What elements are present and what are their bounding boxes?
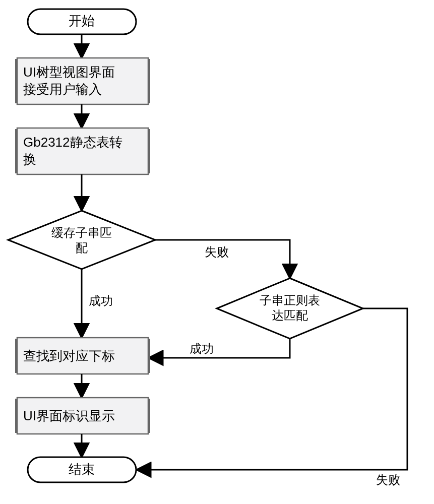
- convert-line1: Gb2312静态表转: [23, 135, 122, 150]
- flowchart-diagram: .box { fill: #f2f2f3; stroke: #666; stro…: [0, 0, 434, 504]
- process-gb2312-convert: Gb2312静态表转 换: [15, 128, 150, 174]
- start-label: 开始: [69, 13, 95, 28]
- edge-fail-regex: 失败: [376, 473, 400, 486]
- input-line2: 接受用户输入: [23, 82, 102, 97]
- regex-line2: 达匹配: [272, 308, 308, 322]
- edge-success-regex: 成功: [190, 342, 214, 355]
- svg-rect-11: [148, 339, 150, 373]
- svg-rect-6: [148, 129, 150, 173]
- svg-rect-2: [15, 59, 17, 103]
- regex-line1: 子串正则表: [260, 293, 320, 307]
- svg-rect-5: [15, 129, 17, 173]
- arrow-regex-success-to-index: [150, 339, 290, 358]
- edge-success-cache: 成功: [89, 294, 113, 307]
- svg-marker-7: [8, 211, 155, 269]
- convert-line2: 换: [23, 152, 36, 167]
- svg-rect-3: [148, 59, 150, 103]
- input-line1: UI树型视图界面: [23, 65, 115, 80]
- decision-regex-match: 子串正则表 达匹配: [217, 278, 363, 339]
- process-ui-input: UI树型视图界面 接受用户输入: [15, 58, 150, 104]
- cache-line1: 缓存子串匹: [51, 226, 112, 239]
- end-label: 结束: [69, 462, 95, 477]
- svg-rect-14: [148, 399, 150, 433]
- decision-cache-match: 缓存子串匹 配: [8, 211, 155, 269]
- process-find-index: 查找到对应下标: [15, 338, 150, 374]
- arrow-regex-fail-to-end: [138, 308, 407, 470]
- cache-line2: 配: [76, 241, 88, 255]
- process-ui-display: UI界面标识显示: [15, 398, 150, 434]
- terminal-end: 结束: [28, 457, 136, 482]
- svg-rect-10: [15, 339, 17, 373]
- terminal-start: 开始: [28, 9, 136, 34]
- index-text: 查找到对应下标: [23, 348, 115, 363]
- svg-rect-13: [15, 399, 17, 433]
- edge-fail-cache: 失败: [205, 245, 229, 259]
- display-text: UI界面标识显示: [23, 408, 115, 423]
